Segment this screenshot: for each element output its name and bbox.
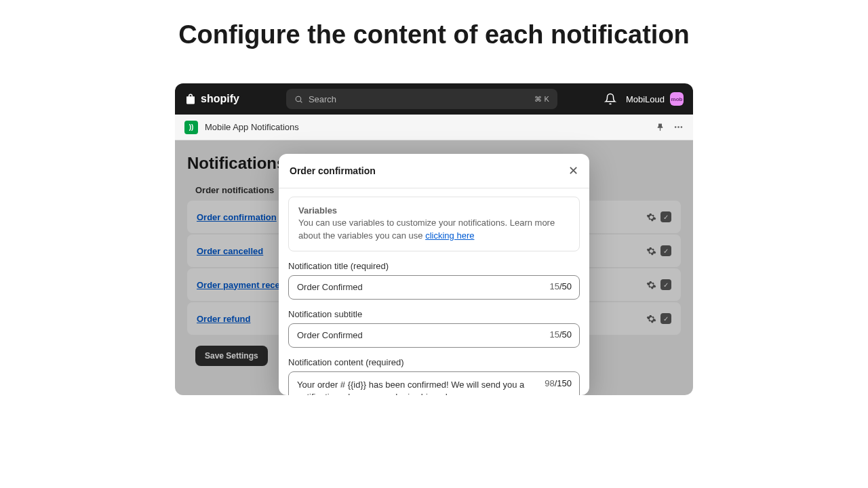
- app-window: shopify Search ⌘ K MobiLoud mob )) Mobil…: [175, 83, 693, 395]
- notification-title-input[interactable]: [288, 275, 580, 300]
- shopify-bag-icon: [184, 92, 197, 106]
- notification-content-textarea[interactable]: [288, 371, 580, 395]
- variables-heading: Variables: [298, 205, 570, 216]
- search-icon: [294, 95, 303, 104]
- variables-description: You can use variables to customize your …: [298, 217, 570, 243]
- svg-point-4: [681, 126, 683, 128]
- more-icon[interactable]: [673, 122, 684, 132]
- bell-icon[interactable]: [604, 93, 616, 105]
- brand-logo[interactable]: shopify: [184, 92, 239, 106]
- svg-point-0: [296, 96, 301, 102]
- variables-info-box: Variables You can use variables to custo…: [288, 197, 580, 251]
- pin-icon[interactable]: [655, 122, 665, 132]
- variables-link[interactable]: clicking here: [425, 230, 474, 241]
- avatar: mob: [670, 92, 684, 106]
- search-shortcut: ⌘ K: [534, 95, 549, 104]
- close-icon[interactable]: ✕: [568, 163, 578, 178]
- subtitle-field-label: Notification subtitle: [288, 309, 580, 319]
- app-name: Mobile App Notifications: [205, 122, 299, 132]
- page-heading: Configure the content of each notificati…: [0, 0, 868, 83]
- content-char-counter: 98/150: [545, 378, 572, 388]
- svg-line-1: [300, 101, 302, 102]
- notification-config-modal: Order confirmation ✕ Variables You can u…: [279, 154, 589, 395]
- modal-header: Order confirmation ✕: [279, 154, 589, 188]
- app-subheader: )) Mobile App Notifications: [175, 115, 693, 140]
- app-icon: )): [184, 121, 198, 134]
- svg-point-3: [677, 126, 679, 128]
- modal-body: Variables You can use variables to custo…: [279, 188, 589, 395]
- subtitle-char-counter: 15/50: [549, 329, 572, 340]
- title-char-counter: 15/50: [549, 281, 572, 291]
- account-name: MobiLoud: [626, 94, 665, 104]
- topbar: shopify Search ⌘ K MobiLoud mob: [175, 83, 693, 115]
- title-field-label: Notification title (required): [288, 261, 580, 271]
- modal-title: Order confirmation: [290, 165, 376, 176]
- content-field-label: Notification content (required): [288, 357, 580, 367]
- notification-subtitle-input[interactable]: [288, 323, 580, 348]
- account-menu[interactable]: MobiLoud mob: [626, 92, 684, 106]
- search-input[interactable]: Search ⌘ K: [286, 89, 557, 109]
- svg-point-2: [675, 126, 677, 128]
- search-placeholder: Search: [309, 94, 336, 104]
- brand-text: shopify: [201, 93, 239, 105]
